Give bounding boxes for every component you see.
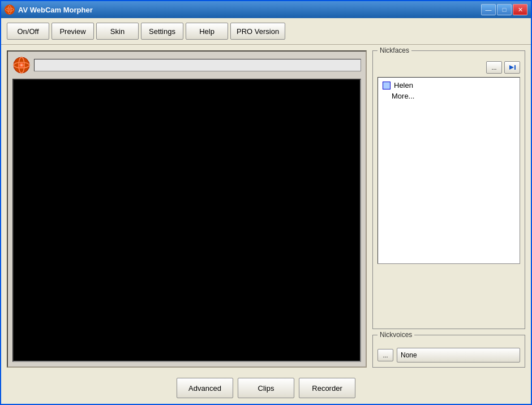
voice-selector[interactable]: None <box>397 348 520 363</box>
maximize-button[interactable]: □ <box>497 4 512 15</box>
svg-rect-10 <box>514 65 516 70</box>
nickfaces-header: ... <box>377 61 520 74</box>
clips-button[interactable]: Clips <box>238 378 294 398</box>
nickfaces-export-button[interactable] <box>504 61 520 74</box>
export-icon <box>508 63 516 71</box>
camera-row <box>12 56 361 74</box>
nickvoices-row: ... None <box>377 348 520 363</box>
more-link[interactable]: More... <box>380 91 517 101</box>
helen-checkbox[interactable] <box>383 82 391 89</box>
svg-point-8 <box>20 64 23 66</box>
toolbar: On/Off Preview Skin Settings Help PRO Ve… <box>1 18 531 45</box>
nickfaces-group: Nickfaces ... Helen More... <box>372 50 525 329</box>
nickvoices-label: Nickvoices <box>377 331 414 339</box>
help-button[interactable]: Help <box>186 23 228 40</box>
bottom-bar: Advanced Clips Recorder <box>1 373 531 404</box>
nickfaces-browse-button[interactable]: ... <box>486 61 502 74</box>
titlebar: AV WebCam Morpher — □ ✕ <box>1 1 531 18</box>
nickfaces-label: Nickfaces <box>377 46 411 54</box>
voice-browse-button[interactable]: ... <box>377 349 393 361</box>
helen-label: Helen <box>394 81 413 89</box>
nickfaces-list: Helen More... <box>377 77 520 264</box>
svg-marker-9 <box>509 65 514 70</box>
nickface-item-helen[interactable]: Helen <box>380 80 517 91</box>
left-panel <box>7 50 367 368</box>
window-title: AV WebCam Morpher <box>18 6 481 14</box>
main-content: Nickfaces ... Helen More... <box>1 45 531 373</box>
preview-button[interactable]: Preview <box>52 23 94 40</box>
main-window: AV WebCam Morpher — □ ✕ On/Off Preview S… <box>0 0 532 405</box>
camera-icon <box>12 56 31 74</box>
advanced-button[interactable]: Advanced <box>177 378 233 398</box>
recorder-button[interactable]: Recorder <box>299 378 355 398</box>
close-button[interactable]: ✕ <box>513 4 527 15</box>
voice-selected-label: None <box>401 351 417 359</box>
pro-version-button[interactable]: PRO Version <box>230 23 285 40</box>
nickvoices-group: Nickvoices ... None <box>372 335 525 368</box>
right-panel: Nickfaces ... Helen More... <box>372 50 525 368</box>
window-controls: — □ ✕ <box>481 4 527 15</box>
minimize-button[interactable]: — <box>481 4 496 15</box>
svg-point-3 <box>8 8 11 11</box>
app-icon <box>5 5 15 15</box>
video-display <box>12 79 361 362</box>
skin-button[interactable]: Skin <box>96 23 139 40</box>
camera-input[interactable] <box>34 59 361 71</box>
settings-button[interactable]: Settings <box>141 23 183 40</box>
on-off-button[interactable]: On/Off <box>7 23 49 40</box>
